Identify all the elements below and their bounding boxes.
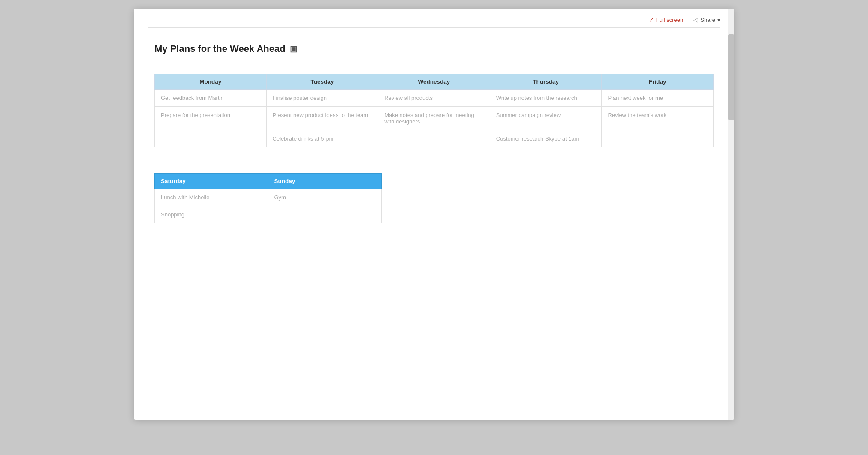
sunday-row2	[268, 206, 382, 223]
col-header-sunday: Sunday	[268, 174, 382, 189]
share-label: Share	[700, 17, 715, 23]
scrollbar[interactable]	[728, 9, 734, 420]
sunday-row1: Gym	[268, 189, 382, 206]
weekend-table: Saturday Sunday Lunch with Michelle Gym …	[154, 173, 382, 223]
tuesday-row1: Finalise poster design	[266, 90, 378, 107]
title-underline	[154, 58, 714, 58]
col-header-monday: Monday	[155, 74, 267, 90]
table-row: Celebrate drinks at 5 pm Customer resear…	[155, 130, 714, 147]
fullscreen-label: Full screen	[656, 17, 684, 23]
friday-row1: Plan next week for me	[602, 90, 714, 107]
wednesday-row2: Make notes and prepare for meeting with …	[378, 107, 490, 130]
col-header-wednesday: Wednesday	[378, 74, 490, 90]
weekend-table-container: Saturday Sunday Lunch with Michelle Gym …	[154, 173, 714, 223]
saturday-row2: Shopping	[155, 206, 268, 223]
fullscreen-icon: ⤢	[649, 16, 654, 23]
table-row: Lunch with Michelle Gym	[155, 189, 382, 206]
thursday-row3: Customer research Skype at 1am	[490, 130, 602, 147]
page-title: My Plans for the Week Ahead ▣	[154, 43, 714, 54]
monday-row3	[155, 130, 267, 147]
thursday-row1: Write up notes from the research	[490, 90, 602, 107]
table-row: Prepare for the presentation Present new…	[155, 107, 714, 130]
saturday-row1: Lunch with Michelle	[155, 189, 268, 206]
monday-row1: Get feedback from Martin	[155, 90, 267, 107]
tuesday-row2: Present new product ideas to the team	[266, 107, 378, 130]
weekday-table: Monday Tuesday Wednesday Thursday Friday…	[154, 74, 714, 147]
toolbar: ⤢ Full screen ◁ Share ▾	[134, 9, 734, 27]
wednesday-row3	[378, 130, 490, 147]
friday-row3	[602, 130, 714, 147]
wednesday-row1: Review all products	[378, 90, 490, 107]
page-title-text: My Plans for the Week Ahead	[154, 43, 286, 54]
col-header-friday: Friday	[602, 74, 714, 90]
app-window: ⤢ Full screen ◁ Share ▾ My Plans for the…	[134, 9, 734, 420]
notebook-icon: ▣	[290, 44, 297, 54]
col-header-saturday: Saturday	[155, 174, 268, 189]
share-button[interactable]: ◁ Share ▾	[693, 16, 720, 23]
table-row: Get feedback from Martin Finalise poster…	[155, 90, 714, 107]
tuesday-row3: Celebrate drinks at 5 pm	[266, 130, 378, 147]
weekday-table-container: Monday Tuesday Wednesday Thursday Friday…	[154, 74, 714, 147]
share-arrow-icon: ▾	[717, 17, 720, 23]
scrollbar-thumb[interactable]	[728, 34, 734, 120]
col-header-tuesday: Tuesday	[266, 74, 378, 90]
thursday-row2: Summer campaign review	[490, 107, 602, 130]
col-header-thursday: Thursday	[490, 74, 602, 90]
monday-row2: Prepare for the presentation	[155, 107, 267, 130]
fullscreen-button[interactable]: ⤢ Full screen	[649, 16, 684, 23]
main-content: My Plans for the Week Ahead ▣ Monday Tue…	[134, 28, 734, 252]
table-row: Shopping	[155, 206, 382, 223]
friday-row2: Review the team's work	[602, 107, 714, 130]
share-icon: ◁	[693, 16, 698, 23]
